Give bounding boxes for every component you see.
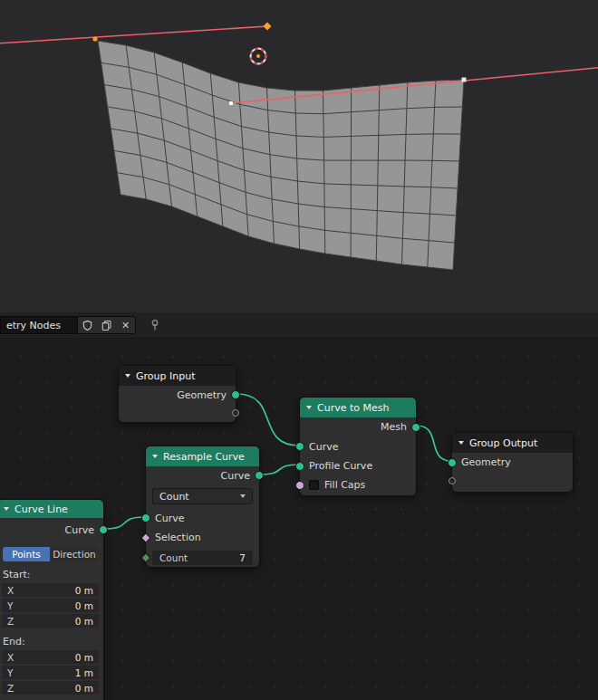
node-link <box>260 465 299 475</box>
input-row: Fill Caps <box>300 475 416 494</box>
viewport-canvas[interactable] <box>0 0 598 312</box>
input-row: Curve <box>300 436 416 456</box>
output-row: Curve <box>146 466 259 484</box>
fill-caps-checkbox[interactable] <box>309 480 319 490</box>
socket-fill-caps-input[interactable] <box>295 481 304 490</box>
socket-selection-input[interactable] <box>140 532 150 542</box>
node-curve-line[interactable]: Curve Line Curve Points Direction Start:… <box>0 499 104 700</box>
output-row: Mesh <box>300 417 416 436</box>
3d-viewport[interactable] <box>0 0 598 312</box>
axis-label: X <box>7 585 14 596</box>
socket-profile-curve-input[interactable] <box>295 462 304 471</box>
node-title: Group Input <box>136 370 195 382</box>
end-label: End: <box>0 636 103 647</box>
node-header[interactable]: Group Input <box>119 366 236 386</box>
axis-value: 0 m <box>75 585 93 596</box>
socket-curve-input[interactable] <box>295 442 304 451</box>
node-title: Resample Curve <box>163 451 245 463</box>
socket-curve-output[interactable] <box>99 525 108 534</box>
axis-label: Y <box>7 600 13 611</box>
duplicate-icon[interactable] <box>97 317 116 333</box>
end-vector-fields: X 0 m Y 1 m Z 0 m <box>2 650 99 695</box>
input-row: Geometry <box>452 453 573 472</box>
socket-count-input[interactable] <box>140 552 150 562</box>
mode-dropdown[interactable]: Count <box>152 488 253 504</box>
node-canvas[interactable]: Group Input Geometry Curve to Mesh Mesh … <box>0 339 598 700</box>
node-title: Curve Line <box>14 503 68 515</box>
socket-label: Geometry <box>461 456 511 468</box>
axis-label: X <box>7 652 14 663</box>
socket-label: Profile Curve <box>309 460 372 472</box>
axis-value: 0 m <box>75 600 93 611</box>
node-title: Curve to Mesh <box>317 402 389 414</box>
node-group-output[interactable]: Group Output Geometry <box>451 432 574 493</box>
node-title: Group Output <box>469 437 537 449</box>
node-header[interactable]: Resample Curve <box>146 446 259 466</box>
node-header[interactable]: Group Output <box>452 433 573 453</box>
node-link <box>236 394 299 446</box>
chevron-down-icon[interactable] <box>4 507 9 511</box>
axis-value: 0 m <box>75 683 93 694</box>
socket-label: Curve <box>65 524 94 536</box>
chevron-down-icon <box>240 494 246 498</box>
start-z-field[interactable]: Z 0 m <box>2 614 99 628</box>
node-header[interactable]: Curve Line <box>0 500 103 518</box>
dropdown-value: Count <box>159 491 189 503</box>
input-row: Selection <box>146 528 259 547</box>
input-row: Curve <box>146 508 259 528</box>
node-header[interactable]: Curve to Mesh <box>300 398 416 417</box>
node-tree-name: etry Nodes <box>6 320 61 331</box>
start-y-field[interactable]: Y 0 m <box>2 599 99 612</box>
output-row: Geometry <box>119 386 236 404</box>
socket-curve-input[interactable] <box>141 513 150 523</box>
pin-icon[interactable] <box>147 317 163 333</box>
unlink-icon[interactable]: ✕ <box>116 317 135 333</box>
socket-virtual-input[interactable] <box>448 477 456 484</box>
field-label: Count <box>159 552 188 563</box>
socket-label: Curve <box>221 470 250 482</box>
node-tree-name-field[interactable]: etry Nodes <box>0 316 77 334</box>
axis-value: 0 m <box>75 652 93 663</box>
start-vector-fields: X 0 m Y 0 m Z 0 m <box>2 583 99 628</box>
end-y-field[interactable]: Y 1 m <box>2 666 99 679</box>
field-value: 7 <box>239 552 246 563</box>
blender-window: etry Nodes ✕ <box>0 0 598 700</box>
shield-icon[interactable] <box>78 317 97 333</box>
chevron-down-icon[interactable] <box>125 374 130 378</box>
socket-label: Curve <box>309 441 338 453</box>
input-row: Count 7 <box>146 547 259 569</box>
node-link <box>104 517 145 529</box>
end-x-field[interactable]: X 0 m <box>2 650 99 664</box>
socket-mesh-output[interactable] <box>411 423 420 432</box>
axis-label: Z <box>7 616 14 627</box>
socket-label: Fill Caps <box>324 479 365 491</box>
node-curve-to-mesh[interactable]: Curve to Mesh Mesh Curve Profile Curve F… <box>299 397 417 496</box>
start-x-field[interactable]: X 0 m <box>2 583 99 597</box>
node-group-input[interactable]: Group Input Geometry <box>118 365 236 423</box>
chevron-down-icon[interactable] <box>306 406 312 409</box>
axis-value: 1 m <box>75 667 93 678</box>
chevron-down-icon[interactable] <box>152 455 158 458</box>
socket-geometry-output[interactable] <box>231 390 240 399</box>
axis-value: 0 m <box>75 616 93 627</box>
direction-button[interactable]: Direction <box>51 547 98 561</box>
node-link <box>417 426 451 461</box>
node-resample-curve[interactable]: Resample Curve Curve Count Curve Selecti… <box>145 446 260 568</box>
input-row: Profile Curve <box>300 456 416 475</box>
socket-label: Geometry <box>177 389 227 401</box>
mode-button-row: Points Direction <box>3 547 98 561</box>
node-tree-id-widget: etry Nodes ✕ <box>0 316 136 334</box>
chevron-down-icon[interactable] <box>458 441 464 445</box>
socket-label: Selection <box>155 532 201 543</box>
points-button[interactable]: Points <box>3 547 50 561</box>
socket-geometry-input[interactable] <box>448 458 457 467</box>
axis-label: Z <box>7 683 14 694</box>
socket-virtual-output[interactable] <box>232 409 239 417</box>
socket-curve-output[interactable] <box>255 471 264 480</box>
start-label: Start: <box>0 569 103 580</box>
count-field[interactable]: Count 7 <box>152 551 253 565</box>
end-z-field[interactable]: Z 0 m <box>2 681 99 695</box>
node-editor-header: etry Nodes ✕ <box>0 312 598 339</box>
axis-label: Y <box>7 667 13 678</box>
socket-label: Curve <box>155 513 184 524</box>
